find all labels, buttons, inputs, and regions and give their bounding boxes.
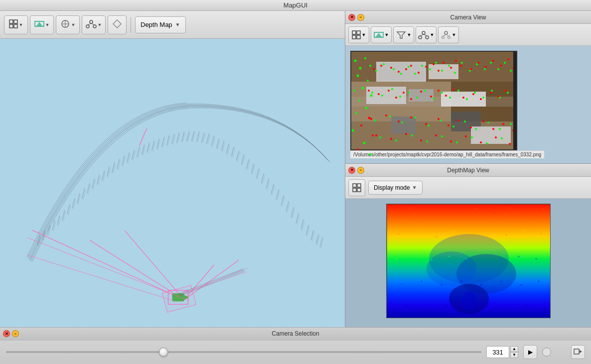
end-icon-btn[interactable] [571, 345, 585, 359]
cam-extra-btn[interactable]: ▼ [438, 26, 459, 43]
svg-point-339 [543, 209, 544, 210]
play-btn[interactable]: ▶ [523, 345, 537, 359]
depthmap-panel: ✕ − DepthMap View [345, 164, 591, 327]
svg-point-333 [441, 210, 442, 211]
cam-map-dropdown: ▼ [385, 32, 389, 37]
svg-point-214 [480, 98, 482, 100]
left-panel: ▼ ▼ [0, 11, 345, 327]
top-section: ▼ ▼ [0, 11, 591, 327]
depthmap-close-btn[interactable]: ✕ [348, 167, 355, 174]
camera-view-title: Camera View [450, 14, 486, 21]
svg-point-345 [488, 231, 489, 233]
svg-point-296 [471, 136, 473, 138]
svg-point-259 [504, 62, 506, 64]
svg-point-357 [535, 258, 537, 260]
svg-point-157 [426, 36, 429, 39]
svg-point-249 [435, 62, 437, 64]
svg-rect-375 [574, 349, 579, 354]
frame-slider-thumb[interactable] [159, 348, 168, 357]
svg-point-189 [438, 70, 440, 72]
svg-rect-151 [352, 35, 356, 39]
cam-map-btn[interactable]: ▼ [371, 26, 392, 43]
svg-point-156 [419, 36, 422, 39]
cam-filter-btn[interactable]: ▼ [393, 26, 414, 43]
cam-select-dropdown: ▼ [362, 32, 366, 37]
nodes-tool-btn[interactable]: ▼ [82, 15, 106, 34]
3d-viewport[interactable] [0, 39, 345, 327]
camera-image [350, 51, 517, 150]
cam-select-btn[interactable]: ▼ [348, 26, 369, 43]
svg-point-271 [457, 90, 459, 92]
svg-point-292 [411, 134, 413, 136]
svg-point-336 [493, 213, 494, 214]
camera-view-controls: ✕ − [348, 14, 364, 21]
diamond-tool-btn[interactable] [108, 15, 127, 34]
svg-point-332 [426, 214, 427, 215]
camera-view-min-btn[interactable]: − [357, 14, 364, 21]
svg-point-199 [507, 58, 509, 60]
svg-point-221 [410, 117, 412, 119]
frame-stepper-down[interactable]: ▼ [510, 352, 518, 358]
display-mode-arrow: ▼ [412, 185, 417, 190]
camera-sel-close-btn[interactable]: ✕ [3, 330, 10, 337]
camera-selection-title: Camera Selection [272, 330, 319, 337]
frame-slider-track[interactable] [6, 351, 481, 353]
svg-point-291 [395, 139, 397, 141]
svg-point-371 [505, 309, 507, 311]
cam-nodes-btn[interactable]: ▼ [416, 26, 437, 43]
svg-point-215 [490, 92, 492, 94]
svg-point-209 [438, 90, 440, 92]
svg-point-257 [490, 62, 492, 64]
minus-icon-bottom: − [14, 332, 17, 336]
svg-point-206 [410, 98, 412, 100]
svg-point-283 [440, 120, 442, 121]
cam-nodes-dropdown: ▼ [430, 32, 435, 37]
svg-point-330 [393, 211, 395, 213]
svg-rect-178 [391, 117, 416, 134]
svg-point-272 [466, 98, 468, 100]
camera-sel-min-btn[interactable]: − [12, 330, 19, 337]
svg-rect-149 [352, 31, 356, 34]
svg-point-181 [380, 65, 382, 67]
map-tool-btn[interactable]: ▼ [30, 15, 54, 34]
svg-point-191 [450, 67, 452, 69]
frame-stepper-up[interactable]: ▲ [510, 346, 518, 352]
select-dropdown-arrow: ▼ [19, 22, 23, 27]
svg-point-205 [403, 92, 405, 94]
depthmap-toolbar: Display mode ▼ [345, 177, 591, 199]
svg-point-228 [492, 128, 494, 130]
display-mode-btn[interactable]: Display mode ▼ [368, 181, 423, 195]
select-tool-btn[interactable]: ▼ [4, 15, 28, 34]
svg-point-270 [449, 97, 451, 99]
svg-point-282 [428, 124, 430, 126]
nodes-dropdown-arrow: ▼ [98, 22, 102, 27]
camera-image-container: /Volumes/other/projects/maptk/cvpr2016-d… [350, 51, 544, 158]
svg-rect-176 [441, 92, 486, 107]
svg-rect-179 [471, 126, 511, 144]
svg-point-349 [396, 258, 397, 260]
depthmap-select-btn[interactable] [348, 179, 365, 196]
svg-point-160 [444, 31, 447, 34]
depth-map-dropdown[interactable]: Depth Map ▼ [135, 16, 186, 33]
svg-point-223 [438, 118, 440, 120]
layers-tool-btn[interactable]: ▼ [56, 15, 80, 34]
svg-point-346 [505, 235, 507, 236]
svg-point-201 [368, 90, 370, 92]
svg-point-184 [405, 68, 407, 70]
svg-point-365 [538, 281, 539, 282]
svg-rect-322 [357, 188, 361, 192]
svg-point-261 [371, 92, 373, 94]
camera-view-close-btn[interactable]: ✕ [348, 14, 355, 21]
svg-point-213 [472, 93, 474, 95]
depthmap-title: DepthMap View [447, 167, 489, 174]
frame-input[interactable] [486, 346, 509, 358]
svg-rect-320 [357, 184, 361, 187]
svg-rect-2 [9, 24, 13, 28]
close-icon: ✕ [350, 15, 354, 19]
svg-point-254 [469, 70, 471, 72]
svg-point-186 [418, 72, 420, 74]
svg-point-237 [465, 135, 467, 137]
cam-extra-dropdown: ▼ [452, 32, 456, 37]
depthmap-min-btn[interactable]: − [357, 167, 364, 174]
svg-point-231 [375, 134, 377, 136]
